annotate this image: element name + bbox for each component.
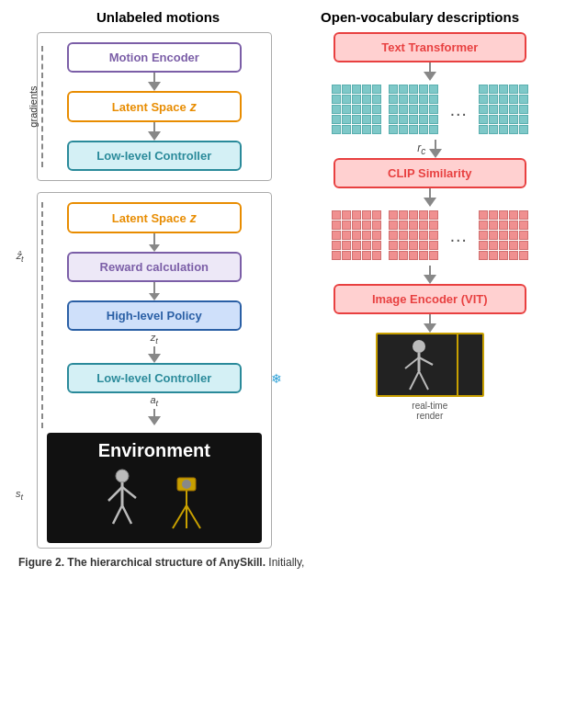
- frame-bg-1: [376, 333, 458, 397]
- figure-caption: Figure 2. The hierarchical structure of …: [9, 556, 579, 569]
- svg-line-5: [122, 505, 131, 524]
- right-arrow-3: [424, 188, 436, 207]
- svg-line-4: [113, 505, 122, 524]
- rc-arrow-wrapper: rc: [417, 140, 442, 158]
- dots-2: …: [449, 225, 468, 246]
- svg-line-16: [410, 371, 419, 390]
- z-t-label: zt: [47, 332, 262, 345]
- pink-grids: …: [332, 210, 528, 260]
- right-arrow-line-1: [429, 62, 431, 72]
- frame-stack-wrapper: [376, 333, 484, 397]
- left-header: Unlabeled motions: [96, 9, 220, 25]
- camera-icon: [164, 469, 209, 533]
- s-t-label: st: [16, 488, 23, 502]
- svg-line-9: [173, 505, 187, 528]
- arrow-3: [47, 233, 262, 252]
- dots-1: …: [449, 99, 468, 120]
- low-level-controller-1-box: Low-level Controller: [67, 141, 242, 171]
- teal-grid-2: [389, 85, 438, 134]
- pink-grid-1: [332, 210, 381, 260]
- right-arrow-line-4: [429, 266, 431, 275]
- image-encoder-box: Image Encoder (VIT): [334, 284, 526, 314]
- latent-space-box-2: Latent Space z: [67, 202, 242, 233]
- right-arrow-1: [424, 62, 436, 81]
- arrow-line-5: [153, 346, 155, 354]
- arrowhead-2: [148, 131, 161, 141]
- right-arrowhead-4: [424, 275, 436, 284]
- frame-robot-icon: [382, 339, 456, 394]
- right-arrow-5: [424, 314, 436, 333]
- svg-point-7: [182, 480, 191, 489]
- robot-left-icon: [99, 469, 145, 533]
- figure-label: Figure 2.: [18, 556, 64, 569]
- latent-space-box-1: Latent Space z: [67, 91, 242, 122]
- svg-line-10: [187, 505, 200, 528]
- right-arrow-2: [429, 140, 442, 158]
- clip-similarity-box: CLIP Similarity: [334, 158, 526, 188]
- environment-box: Environment: [47, 433, 262, 543]
- arrow-2: [47, 122, 262, 141]
- caption-text: The hierarchical structure of AnySkill.: [67, 556, 266, 569]
- dashed-line-2: [153, 282, 155, 293]
- right-arrow-line-3: [429, 188, 431, 198]
- arrow-line-6: [153, 409, 155, 416]
- dashed-arrowhead-2: [149, 293, 160, 300]
- dashed-left-border: [41, 46, 43, 167]
- env-robots: [99, 469, 209, 533]
- arrow-6: [47, 409, 262, 425]
- z-hat-label: ẑt: [16, 250, 24, 264]
- arrow-5: [47, 346, 262, 363]
- rc-label: rc: [417, 142, 425, 156]
- teal-grid-1: [332, 85, 381, 134]
- svg-point-12: [413, 340, 425, 353]
- right-arrow-line-2: [435, 140, 436, 149]
- main-content: gradients Motion Encoder Latent Space z: [9, 32, 579, 549]
- pink-grid-2: [389, 210, 438, 260]
- motion-encoder-box: Motion Encoder: [67, 42, 242, 73]
- gradients-label: gradients: [28, 85, 39, 127]
- reward-calc-box: Reward calculation: [67, 252, 242, 282]
- arrow-1: [47, 73, 262, 91]
- teal-grid-3: [479, 85, 528, 134]
- right-arrowhead-2: [429, 149, 442, 158]
- a-t-label: at: [47, 394, 262, 408]
- section-headers: Unlabeled motions Open-vocabulary descri…: [9, 9, 579, 25]
- right-arrowhead-1: [424, 72, 436, 81]
- svg-point-0: [116, 470, 129, 482]
- caption-rest: Initially,: [268, 556, 304, 569]
- right-arrow-line-5: [429, 314, 431, 323]
- real-time-label: real-timerender: [412, 401, 447, 421]
- frame-stack: [376, 333, 484, 397]
- right-column: Text Transformer: [272, 32, 579, 549]
- high-level-policy-box: High-level Policy: [67, 300, 242, 331]
- dashed-line-1: [153, 233, 155, 244]
- dashed-arrowhead-1: [149, 244, 160, 252]
- diagram: Unlabeled motions Open-vocabulary descri…: [0, 0, 588, 578]
- svg-line-14: [405, 357, 419, 368]
- low-level-controller-2-box: Low-level Controller: [67, 363, 242, 393]
- env-label: Environment: [98, 440, 210, 461]
- dashed-left-bottom: [41, 202, 43, 428]
- arrowhead-6: [148, 416, 161, 425]
- text-transformer-box: Text Transformer: [334, 32, 526, 62]
- teal-grids: …: [332, 85, 528, 134]
- right-header: Open-vocabulary descriptions: [321, 9, 519, 25]
- pink-grid-3: [479, 210, 528, 260]
- bottom-section-box: ẑt Latent Space z Reward calculation: [37, 192, 272, 549]
- arrow-line-2: [153, 122, 155, 131]
- right-inner: Text Transformer: [281, 32, 579, 421]
- arrowhead-1: [148, 82, 161, 91]
- arrowhead-5: [148, 354, 161, 363]
- arrow-4: [47, 282, 262, 300]
- top-section-box: gradients Motion Encoder Latent Space z: [37, 32, 272, 181]
- svg-line-15: [419, 357, 433, 365]
- left-column: gradients Motion Encoder Latent Space z: [9, 32, 272, 549]
- right-arrowhead-5: [424, 323, 436, 333]
- frame-1: [376, 333, 458, 397]
- arrow-line-1: [153, 73, 155, 82]
- right-arrowhead-3: [424, 198, 436, 207]
- svg-line-3: [122, 487, 136, 498]
- svg-line-2: [108, 487, 122, 501]
- right-arrow-4: [424, 266, 436, 284]
- low-level-2-wrapper: Low-level Controller ❄: [47, 363, 262, 393]
